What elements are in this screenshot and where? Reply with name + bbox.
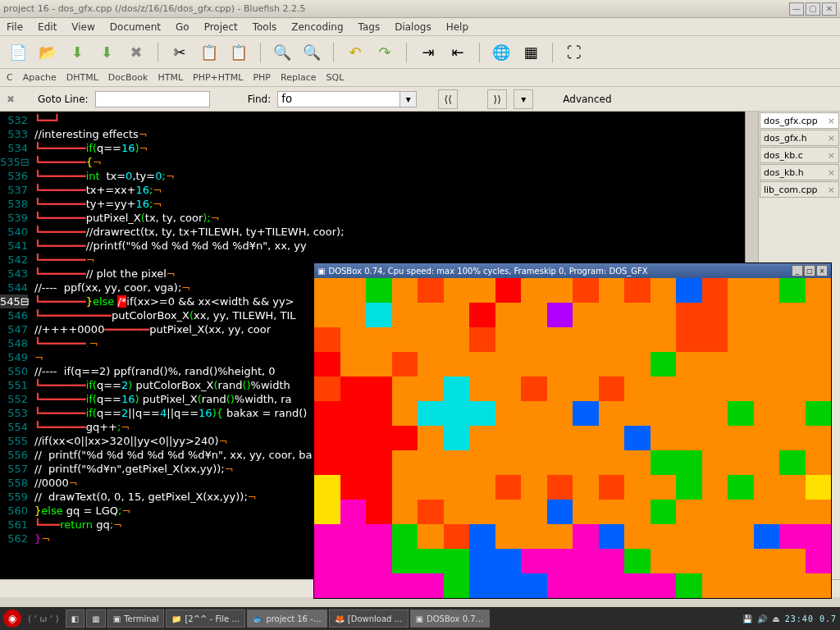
find-bar: ✖ Goto Line: Find: ▾ ⟨⟨ ⟩⟩ ▾ Advanced (0, 87, 840, 112)
separator (479, 43, 480, 62)
dosbox-titlebar[interactable]: ▣ DOSBox 0.74, Cpu speed: max 100% cycle… (314, 263, 831, 278)
paste-icon[interactable]: 📋 (227, 41, 250, 64)
open-file-icon[interactable]: 📂 (36, 41, 59, 64)
menu-file[interactable]: File (7, 21, 23, 33)
close-findbar-icon[interactable]: ✖ (7, 94, 15, 105)
menubar: File Edit View Document Go Project Tools… (0, 18, 840, 36)
new-file-icon[interactable]: 📄 (7, 41, 30, 64)
dosbox-canvas (314, 278, 831, 598)
separator (333, 43, 334, 62)
task-terminal[interactable]: ▣ Terminal (107, 609, 165, 628)
lang-sql[interactable]: SQL (326, 72, 345, 83)
menu-dialogs[interactable]: Dialogs (395, 21, 431, 33)
lang-replace[interactable]: Replace (281, 72, 317, 83)
file-tab[interactable]: dos_gfx.cpp× (760, 112, 839, 129)
separator (406, 43, 407, 62)
separator (552, 43, 553, 62)
lang-dhtml[interactable]: DHTML (66, 72, 98, 83)
find-input[interactable] (277, 91, 400, 107)
cut-icon[interactable]: ✂ (168, 41, 191, 64)
goto-input[interactable] (95, 91, 210, 107)
find-dropdown-button[interactable]: ▾ (514, 89, 533, 109)
language-bar: C Apache DHTML DocBook HTML PHP+HTML PHP… (0, 69, 840, 87)
menu-edit[interactable]: Edit (38, 21, 57, 33)
menu-zencoding[interactable]: Zencoding (291, 21, 343, 33)
tray-icon[interactable]: ◧ (66, 609, 84, 628)
lang-phphtml[interactable]: PHP+HTML (193, 72, 243, 83)
task-dosbox[interactable]: ▣ DOSBox 0.7… (410, 609, 490, 628)
dosbox-close[interactable]: × (816, 265, 828, 276)
window-titlebar: project 16 - dos_gfx.cpp (/dos/z/16/16/d… (0, 0, 840, 18)
search-replace-icon[interactable]: 🔍 (300, 41, 323, 64)
lang-html[interactable]: HTML (158, 72, 183, 83)
save-all-icon[interactable]: ⬇ (95, 41, 118, 64)
file-tab[interactable]: dos_gfx.h× (760, 130, 839, 146)
menu-document[interactable]: Document (110, 21, 161, 33)
close-button[interactable]: ✕ (822, 2, 837, 16)
undo-icon[interactable]: ↶ (344, 41, 367, 64)
task-bluefish[interactable]: 🐟 project 16 -… (247, 609, 326, 628)
close-file-icon[interactable]: ✖ (125, 41, 148, 64)
start-button[interactable]: ◉ (3, 609, 21, 628)
indent-icon[interactable]: ⇥ (417, 41, 440, 64)
save-icon[interactable]: ⬇ (66, 41, 89, 64)
line-gutter: 532533534535⊟536537538539540541542543544… (0, 112, 31, 579)
tray-icon[interactable]: ⏏ (772, 614, 779, 623)
menu-help[interactable]: Help (446, 21, 468, 33)
fullscreen-icon[interactable]: ⛶ (563, 41, 586, 64)
find-dropdown-icon[interactable]: ▾ (400, 91, 417, 107)
outdent-icon[interactable]: ⇤ (446, 41, 469, 64)
system-tray: 💾 🔊 ⏏ 23:40 0.7 (742, 614, 837, 623)
taskbar: ◉ ( ' ω ' ) ◧ ▦ ▣ Terminal 📁 [2^^ - File… (0, 607, 840, 630)
clock: 23:40 0.7 (785, 614, 837, 623)
maximize-button[interactable]: ▢ (806, 2, 820, 16)
tray-icon[interactable]: ▦ (86, 609, 105, 628)
globe-icon[interactable]: 🌐 (490, 41, 513, 64)
separator (158, 43, 158, 62)
menu-tools[interactable]: Tools (253, 21, 277, 33)
close-tab-icon[interactable]: × (828, 185, 835, 195)
search-icon[interactable]: 🔍 (271, 41, 294, 64)
copy-icon[interactable]: 📋 (198, 41, 221, 64)
lang-php[interactable]: PHP (253, 72, 271, 83)
lang-apache[interactable]: Apache (23, 72, 57, 83)
file-tab[interactable]: dos_kb.c× (760, 147, 839, 163)
close-tab-icon[interactable]: × (828, 167, 835, 178)
dosbox-maximize[interactable]: □ (804, 265, 815, 276)
preview-icon[interactable]: ▦ (519, 41, 542, 64)
close-tab-icon[interactable]: × (828, 133, 835, 144)
advanced-link[interactable]: Advanced (563, 94, 611, 105)
toolbar: 📄 📂 ⬇ ⬇ ✖ ✂ 📋 📋 🔍 🔍 ↶ ↷ ⇥ ⇤ 🌐 ▦ ⛶ (0, 36, 840, 69)
menu-project[interactable]: Project (204, 21, 238, 33)
task-firefox[interactable]: 🦊 [Download … (329, 609, 409, 628)
menu-view[interactable]: View (71, 21, 94, 33)
separator (260, 43, 261, 62)
file-tab[interactable]: dos_kb.h× (760, 164, 839, 180)
redo-icon[interactable]: ↷ (373, 41, 396, 64)
tray-icon[interactable]: 💾 (742, 614, 752, 623)
dosbox-window[interactable]: ▣ DOSBox 0.74, Cpu speed: max 100% cycle… (313, 262, 832, 599)
minimize-button[interactable]: — (789, 2, 804, 16)
dosbox-minimize[interactable]: _ (792, 265, 803, 276)
face-text: ( ' ω ' ) (23, 614, 64, 624)
file-tab[interactable]: lib_com.cpp× (760, 181, 839, 198)
tray-icon[interactable]: 🔊 (757, 614, 767, 623)
find-prev-button[interactable]: ⟨⟨ (438, 89, 458, 109)
window-title: project 16 - dos_gfx.cpp (/dos/z/16/16/d… (3, 3, 789, 14)
close-tab-icon[interactable]: × (828, 150, 835, 161)
goto-label: Goto Line: (38, 94, 89, 105)
find-next-button[interactable]: ⟩⟩ (487, 89, 507, 109)
window-controls: — ▢ ✕ (789, 2, 837, 16)
dosbox-icon: ▣ (317, 267, 325, 276)
find-label: Find: (248, 94, 272, 105)
task-file[interactable]: 📁 [2^^ - File … (166, 609, 245, 628)
dosbox-title: DOSBox 0.74, Cpu speed: max 100% cycles,… (328, 267, 792, 276)
close-tab-icon[interactable]: × (828, 116, 835, 126)
lang-c[interactable]: C (7, 72, 13, 83)
menu-go[interactable]: Go (176, 21, 189, 33)
menu-tags[interactable]: Tags (358, 21, 381, 33)
lang-docbook[interactable]: DocBook (108, 72, 148, 83)
